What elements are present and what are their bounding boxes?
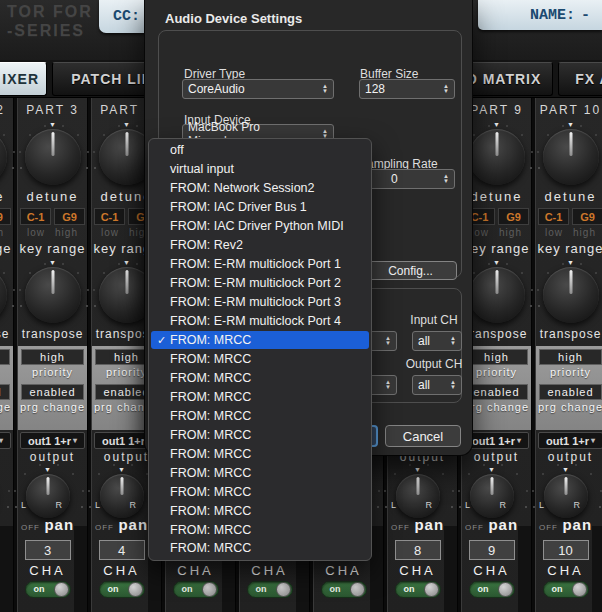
prg-change-label: prg change [536, 400, 602, 415]
dropdown-item[interactable]: FROM: MRCC [149, 368, 371, 387]
channel-on-toggle[interactable]: on [99, 581, 145, 598]
dropdown-item[interactable]: FROM: MRCC [149, 520, 371, 539]
key-range-high-value[interactable]: G9 [54, 208, 85, 225]
stepper-icon[interactable]: ▲ ▼ [450, 336, 456, 346]
key-range-values: C-1 G9 [536, 208, 602, 225]
output-ch-label: Output CH [399, 357, 469, 371]
dropdown-item[interactable]: FROM: E-RM multiclock Port 4 [149, 312, 371, 331]
key-range-high-value[interactable]: G9 [572, 208, 602, 225]
pan-knob[interactable] [396, 474, 440, 518]
dropdown-item[interactable]: FROM: MRCC [149, 406, 371, 425]
dropdown-item[interactable]: FROM: MRCC [149, 349, 371, 368]
output-select[interactable]: out1 1+r ▾ [538, 432, 602, 449]
dropdown-item[interactable]: FROM: MRCC [149, 387, 371, 406]
dropdown-item-label: FROM: E-RM multiclock Port 2 [170, 276, 341, 290]
channel-on-toggle[interactable]: on [321, 581, 367, 598]
dropdown-item-label: FROM: MRCC [170, 333, 251, 347]
dropdown-item[interactable]: FROM: E-RM multiclock Port 1 [149, 255, 371, 274]
key-range-low-value[interactable]: C-1 [20, 208, 51, 225]
output-select[interactable]: out1 1+r ▾ [464, 432, 529, 449]
dropdown-item[interactable]: FROM: IAC Driver Python MIDI [149, 217, 371, 236]
channel-number[interactable]: 3 [25, 540, 71, 560]
output-select[interactable]: out1 1+r ▾ [20, 432, 85, 449]
dropdown-item[interactable]: FROM: MRCC [149, 539, 371, 558]
dropdown-item[interactable]: FROM: IAC Driver Bus 1 [149, 198, 371, 217]
stepper-icon[interactable]: ▲ ▼ [385, 380, 391, 390]
channel-number[interactable]: 10 [543, 540, 589, 560]
tab-fx[interactable]: FX A [558, 62, 602, 96]
stepper-icon[interactable]: ▲ ▼ [450, 380, 456, 390]
transpose-knob[interactable] [469, 267, 525, 323]
config-button[interactable]: Config... [364, 261, 457, 280]
priority-value[interactable]: high [0, 349, 10, 365]
transpose-knob[interactable] [25, 267, 81, 323]
channel-on-toggle[interactable]: on [543, 581, 589, 598]
sampling-rate-select[interactable]: 0 ▲ ▼ [359, 169, 455, 189]
output-ch-select[interactable]: all ▲ ▼ [412, 375, 462, 395]
dropdown-item[interactable]: FROM: MRCC [149, 463, 371, 482]
cancel-button[interactable]: Cancel [385, 425, 461, 447]
prg-change-value[interactable]: enabled [0, 384, 10, 400]
priority-value[interactable]: high [21, 349, 84, 365]
tab-mixer[interactable]: IXER [0, 62, 47, 96]
driver-type-value: CoreAudio [188, 82, 245, 96]
channel-on-toggle[interactable]: on [395, 581, 441, 598]
dropdown-item[interactable]: FROM: Rev2 [149, 236, 371, 255]
pan-right-label: R [130, 500, 137, 510]
low-label: low [545, 227, 563, 238]
input-ch-select[interactable]: all ▲ ▼ [412, 331, 462, 351]
dropdown-item[interactable]: FROM: E-RM multiclock Port 2 [149, 274, 371, 293]
prg-change-value[interactable]: enabled [465, 384, 528, 400]
toggle-on-label: on [256, 584, 267, 594]
tab-patch-label: PATCH LIB [71, 71, 153, 87]
pan-knob[interactable] [26, 474, 70, 518]
pan-knob[interactable] [544, 474, 588, 518]
key-range-high-value[interactable]: G9 [498, 208, 529, 225]
dropdown-item[interactable]: FROM: MRCC [149, 482, 371, 501]
channel-number[interactable]: 9 [469, 540, 515, 560]
channel-on-toggle[interactable]: on [173, 581, 219, 598]
dropdown-item[interactable]: FROM: Network Session2 [149, 179, 371, 198]
dropdown-item[interactable]: virtual input [149, 160, 371, 179]
channel-number[interactable]: 4 [99, 540, 145, 560]
driver-type-select[interactable]: CoreAudio ▲ ▼ [182, 79, 334, 99]
detune-knob[interactable] [469, 129, 525, 185]
transpose-knob[interactable] [0, 267, 7, 323]
channel-number[interactable]: 8 [395, 540, 441, 560]
part-label: PART 2 [0, 103, 13, 117]
detune-knob[interactable] [543, 129, 599, 185]
priority-value[interactable]: high [539, 349, 602, 365]
key-range-low-value[interactable]: C-1 [538, 208, 569, 225]
app-window: TOR FOR -SERIES CC: NAME: - IXER PATCH L… [0, 0, 602, 612]
dropdown-item[interactable]: FROM: MRCC [149, 501, 371, 520]
key-range-high-value[interactable]: G9 [0, 208, 11, 225]
stepper-icon[interactable]: ▲ ▼ [443, 174, 449, 184]
output-select[interactable]: out1 1+r ▾ [0, 432, 11, 449]
dropdown-item[interactable]: FROM: MRCC [149, 425, 371, 444]
priority-value[interactable]: high [465, 349, 528, 365]
prg-change-value[interactable]: enabled [21, 384, 84, 400]
pan-channel-zone: ▼ L R OFF pan 3 CHA on [18, 464, 87, 612]
stepper-icon[interactable]: ▲ ▼ [443, 84, 449, 94]
name-display[interactable]: NAME: - [478, 0, 602, 30]
pan-knob[interactable] [100, 474, 144, 518]
stepper-icon[interactable]: ▲ ▼ [385, 336, 391, 346]
detune-knob[interactable] [0, 129, 7, 185]
pan-knob[interactable] [470, 474, 514, 518]
key-range-low-value[interactable]: C-1 [94, 208, 125, 225]
channel-on-toggle[interactable]: on [469, 581, 515, 598]
channel-on-toggle[interactable]: on [25, 581, 71, 598]
dropdown-item[interactable]: FROM: E-RM multiclock Port 3 [149, 293, 371, 312]
logo-line2: -SERIES [7, 21, 93, 40]
dropdown-item[interactable]: FROM: MRCC [149, 444, 371, 463]
channel-on-toggle[interactable]: on [247, 581, 293, 598]
transpose-knob[interactable] [543, 267, 599, 323]
prg-change-value[interactable]: enabled [539, 384, 602, 400]
stepper-icon[interactable]: ▲ ▼ [322, 84, 328, 94]
output-label: output [0, 450, 13, 464]
dropdown-item[interactable]: off [149, 141, 371, 160]
pan-right-label: R [574, 500, 581, 510]
dropdown-item[interactable]: ✓ FROM: MRCC [151, 331, 369, 350]
buffer-size-select[interactable]: 128 ▲ ▼ [359, 79, 455, 99]
detune-knob[interactable] [25, 129, 81, 185]
